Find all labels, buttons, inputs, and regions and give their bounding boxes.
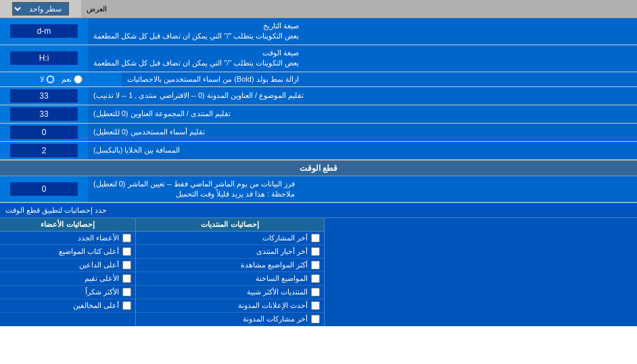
forum-stats-label-5: المنتديات الأكثر شبية bbox=[247, 288, 308, 296]
member-stats-item-6: أعلى المخالفين bbox=[0, 299, 135, 313]
main-container: العرض سطر واحد سطرين ثلاثة أسطر صيغة الت… bbox=[0, 0, 637, 326]
forum-stats-check-3[interactable] bbox=[311, 261, 320, 269]
forum-stats-check-2[interactable] bbox=[311, 247, 320, 256]
member-stats-header-text: إحصائيات الأعضاء bbox=[41, 220, 94, 228]
member-stats-label-4: الأعلى تقيم bbox=[85, 274, 119, 283]
realtime-line2: ملاحظة : هذا قد يزيد قليلاً وقت التحميل bbox=[176, 190, 295, 198]
date-format-input[interactable] bbox=[10, 24, 78, 38]
forum-stats-item-2: أخر أخبار المنتدى bbox=[136, 245, 324, 259]
realtime-row: فرز البيانات من يوم الماشر الماضي فقط --… bbox=[0, 176, 637, 203]
users-trim-row: تقليم أسماء المستخدمين (0 للتعطيل) bbox=[0, 124, 637, 142]
radio-yes-option: نعم bbox=[62, 75, 82, 84]
forum-trim-text: تقليم المنتدى / المجموعة العناوين (0 للت… bbox=[93, 109, 231, 119]
radio-no-input[interactable] bbox=[46, 75, 55, 84]
radio-no-label: لا bbox=[40, 75, 44, 84]
member-stats-label-5: الأكثر شكراً bbox=[85, 288, 119, 296]
time-format-input[interactable] bbox=[10, 51, 78, 65]
forum-stats-item-1: أخر المشاركات bbox=[136, 232, 324, 245]
forum-stats-check-5[interactable] bbox=[311, 288, 320, 296]
header-label: العرض bbox=[81, 0, 637, 18]
space-label: المسافة بين الخلايا (بالبكسل) bbox=[88, 142, 637, 159]
member-stats-check-2[interactable] bbox=[122, 247, 131, 256]
forum-stats-label-7: أخر مشاركات المدونة bbox=[243, 315, 308, 323]
forum-trim-row: تقليم المنتدى / المجموعة العناوين (0 للت… bbox=[0, 105, 637, 124]
date-format-label: صيغة التاريخ بعض التكوينات يتطلب "/" الت… bbox=[88, 18, 637, 45]
space-input-cell bbox=[0, 142, 88, 159]
stats-left-spacer bbox=[325, 218, 637, 326]
member-stats-label-1: الأعضاء الجدد bbox=[78, 234, 119, 242]
users-trim-input-cell bbox=[0, 124, 88, 141]
remove-bold-row: ازالة نمط بولد (Bold) من اسماء المستخدمي… bbox=[0, 72, 637, 87]
stats-header-row: حدد إحصائيات لتطبيق قطع الوقت bbox=[0, 203, 637, 218]
realtime-section-header: قطع الوقت bbox=[0, 160, 637, 176]
remove-bold-text: ازالة نمط بولد (Bold) من اسماء المستخدمي… bbox=[127, 75, 299, 84]
forum-stats-item-7: أخر مشاركات المدونة bbox=[136, 313, 324, 326]
topic-trim-input-cell bbox=[0, 87, 88, 105]
realtime-input[interactable] bbox=[10, 182, 78, 196]
member-stats-column: إحصائيات الأعضاء الأعضاء الجدد أعلى كتاب… bbox=[0, 218, 135, 326]
member-stats-check-5[interactable] bbox=[122, 288, 131, 296]
time-format-desc: بعض التكوينات يتطلب "/" التي يمكن ان تضا… bbox=[93, 59, 299, 67]
forum-stats-header-text: إحصائيات المنتديات bbox=[201, 220, 258, 228]
header-select-cell: سطر واحد سطرين ثلاثة أسطر bbox=[0, 0, 81, 18]
forum-stats-check-1[interactable] bbox=[311, 234, 320, 242]
date-format-desc: بعض التكوينات يتطلب "/" التي يمكن ان تضا… bbox=[93, 32, 299, 40]
topic-trim-row: تقليم الموضوع / العناوين المدونة (0 -- ا… bbox=[0, 87, 637, 105]
forum-stats-item-6: أحدث الإعلانات المدونة bbox=[136, 299, 324, 313]
users-trim-input[interactable] bbox=[10, 126, 78, 139]
realtime-line1: فرز البيانات من يوم الماشر الماضي فقط --… bbox=[93, 180, 295, 188]
forum-stats-label-1: أخر المشاركات bbox=[262, 234, 308, 242]
realtime-label: فرز البيانات من يوم الماشر الماضي فقط --… bbox=[88, 176, 637, 203]
topic-trim-input[interactable] bbox=[10, 89, 78, 103]
member-stats-check-6[interactable] bbox=[122, 301, 131, 310]
space-text: المسافة بين الخلايا (بالبكسل) bbox=[93, 145, 181, 155]
member-stats-header: إحصائيات الأعضاء bbox=[0, 218, 135, 232]
forum-stats-check-7[interactable] bbox=[311, 315, 320, 323]
forum-stats-check-6[interactable] bbox=[311, 301, 320, 310]
forum-stats-item-5: المنتديات الأكثر شبية bbox=[136, 286, 324, 299]
forum-stats-label-3: أكثر المواضيع مشاهدة bbox=[241, 261, 308, 269]
stats-columns: إحصائيات المنتديات أخر المشاركات أخر أخب… bbox=[0, 218, 637, 326]
member-stats-item-1: الأعضاء الجدد bbox=[0, 232, 135, 245]
stats-main-label: حدد إحصائيات لتطبيق قطع الوقت bbox=[0, 203, 637, 217]
forum-stats-column: إحصائيات المنتديات أخر المشاركات أخر أخب… bbox=[135, 218, 325, 326]
forum-trim-label: تقليم المنتدى / المجموعة العناوين (0 للت… bbox=[88, 105, 637, 123]
member-stats-check-1[interactable] bbox=[122, 234, 131, 242]
realtime-input-cell bbox=[0, 176, 88, 203]
stats-section: حدد إحصائيات لتطبيق قطع الوقت إحصائيات ا… bbox=[0, 203, 637, 326]
remove-bold-label: ازالة نمط بولد (Bold) من اسماء المستخدمي… bbox=[122, 72, 637, 86]
users-trim-text: تقليم أسماء المستخدمين (0 للتعطيل) bbox=[93, 127, 205, 137]
forum-stats-label-2: أخر أخبار المنتدى bbox=[256, 247, 308, 256]
forum-trim-input-cell bbox=[0, 105, 88, 123]
space-row: المسافة بين الخلايا (بالبكسل) bbox=[0, 142, 637, 160]
date-format-input-cell bbox=[0, 18, 88, 45]
forum-trim-input[interactable] bbox=[10, 107, 78, 121]
topic-trim-text: تقليم الموضوع / العناوين المدونة (0 -- ا… bbox=[93, 90, 304, 101]
realtime-section-title: قطع الوقت bbox=[0, 161, 637, 176]
member-stats-label-2: أعلى كتاب المواضيع bbox=[59, 247, 119, 256]
member-stats-check-3[interactable] bbox=[122, 261, 131, 269]
time-format-label: صيغة الوقت بعض التكوينات يتطلب "/" التي … bbox=[88, 45, 637, 72]
users-trim-label: تقليم أسماء المستخدمين (0 للتعطيل) bbox=[88, 124, 637, 141]
forum-stats-item-3: أكثر المواضيع مشاهدة bbox=[136, 259, 324, 272]
radio-no-option: لا bbox=[40, 75, 55, 84]
member-stats-label-6: أعلى المخالفين bbox=[73, 301, 119, 310]
date-format-row: صيغة التاريخ بعض التكوينات يتطلب "/" الت… bbox=[0, 18, 637, 45]
member-stats-item-3: أعلى الداعين bbox=[0, 259, 135, 272]
member-stats-item-2: أعلى كتاب المواضيع bbox=[0, 245, 135, 259]
display-select[interactable]: سطر واحد سطرين ثلاثة أسطر bbox=[12, 2, 69, 16]
member-stats-item-4: الأعلى تقيم bbox=[0, 272, 135, 286]
forum-stats-label-6: أحدث الإعلانات المدونة bbox=[238, 301, 308, 310]
space-input[interactable] bbox=[10, 144, 78, 157]
time-format-title: صيغة الوقت bbox=[262, 49, 299, 57]
radio-yes-input[interactable] bbox=[74, 75, 82, 84]
stats-main-text: حدد إحصائيات لتطبيق قطع الوقت bbox=[5, 206, 107, 215]
member-stats-label-3: أعلى الداعين bbox=[79, 261, 119, 269]
member-stats-check-4[interactable] bbox=[122, 274, 131, 283]
forum-stats-item-4: المواضيع الساخنة bbox=[136, 272, 324, 286]
radio-yes-label: نعم bbox=[62, 75, 72, 84]
time-format-row: صيغة الوقت بعض التكوينات يتطلب "/" التي … bbox=[0, 45, 637, 72]
remove-bold-options: نعم لا bbox=[0, 72, 122, 86]
header-title: العرض bbox=[87, 5, 107, 14]
forum-stats-check-4[interactable] bbox=[311, 274, 320, 283]
